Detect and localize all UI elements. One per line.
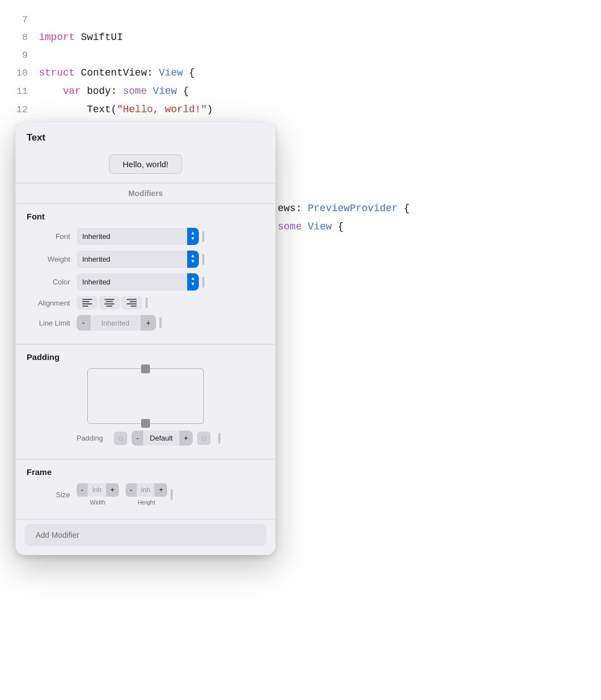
height-minus-button[interactable]: - (126, 483, 137, 497)
height-label: Height (138, 499, 156, 506)
preview-text: Hello, world! (109, 154, 183, 174)
svg-rect-3 (82, 306, 88, 307)
font-label: Font (27, 232, 77, 241)
line-limit-value: Inherited (91, 316, 141, 331)
preview-area: Hello, world! (16, 150, 276, 183)
line-limit-control: - Inherited + (77, 315, 264, 331)
padding-section-header: Padding (16, 344, 276, 365)
code-line-8: 8 import SwiftUI (0, 28, 601, 47)
padding-stepper: - Default + (132, 431, 192, 446)
weight-prop-row: Weight Inherited ▲ ▼ (27, 251, 264, 268)
svg-rect-1 (82, 301, 89, 302)
color-label: Color (27, 278, 77, 286)
alignment-drag-handle[interactable] (146, 297, 148, 308)
code-line-after-2: ews: PreviewProvider { (278, 199, 410, 218)
size-label: Size (27, 491, 77, 499)
color-dropdown-arrow[interactable]: ▲ ▼ (187, 273, 199, 291)
line-limit-stepper: - Inherited + (77, 315, 156, 331)
padding-row-controls: Padding □ - Default + □ (71, 431, 220, 446)
width-stepper: - Inh + (77, 483, 119, 497)
width-minus-button[interactable]: - (77, 483, 88, 497)
size-group: - Inh + Width - Inh + Height (77, 483, 167, 506)
font-control: Inherited ▲ ▼ (77, 228, 264, 245)
color-control: Inherited ▲ ▼ (77, 273, 264, 291)
align-right-button[interactable] (121, 296, 142, 309)
padding-bottom-slider[interactable] (141, 419, 150, 428)
size-control: - Inh + Width - Inh + Height (77, 483, 264, 506)
svg-rect-5 (106, 301, 113, 302)
color-drag-handle[interactable] (202, 277, 204, 288)
height-stepper: - Inh + (126, 483, 168, 497)
padding-visual-box (87, 368, 204, 424)
line-limit-prop-row: Line Limit - Inherited + (27, 315, 264, 331)
padding-row-label: Padding (71, 434, 109, 442)
font-section-header: Font (16, 204, 276, 224)
padding-value: Default (143, 431, 179, 446)
svg-rect-2 (82, 303, 92, 304)
font-prop-row: Font Inherited ▲ ▼ (27, 228, 264, 245)
code-line-after-3: some View { (278, 218, 410, 236)
height-item: - Inh + Height (126, 483, 168, 506)
popup-panel: Text Hello, world! Modifiers Font Font I… (16, 122, 276, 555)
font-dropdown-value: Inherited (77, 229, 187, 244)
padding-plus-button[interactable]: + (179, 431, 193, 446)
width-item: - Inh + Width (77, 483, 119, 506)
code-line-12: 12 Text( "Hello, world!" ) (0, 101, 601, 119)
alignment-group (77, 296, 142, 309)
frame-section-header: Frame (16, 459, 276, 480)
color-dropdown[interactable]: Inherited ▲ ▼ (77, 273, 199, 291)
width-plus-button[interactable]: + (106, 483, 119, 497)
weight-drag-handle[interactable] (202, 254, 204, 265)
alignment-control (77, 296, 264, 309)
weight-control: Inherited ▲ ▼ (77, 251, 264, 268)
line-limit-plus-button[interactable]: + (141, 315, 156, 331)
svg-rect-8 (127, 299, 137, 300)
font-section-content: Font Inherited ▲ ▼ Weight Inherited (16, 224, 276, 344)
code-line-7: 7 (0, 11, 601, 28)
svg-rect-4 (104, 299, 114, 300)
padding-section-content: Padding □ - Default + □ (16, 365, 276, 459)
align-center-button[interactable] (99, 296, 120, 309)
add-modifier-button[interactable]: Add Modifier (24, 524, 267, 546)
align-left-icon (82, 299, 92, 307)
weight-label: Weight (27, 255, 77, 263)
height-value: Inh (137, 483, 155, 497)
font-dropdown-arrow[interactable]: ▲ ▼ (187, 228, 199, 245)
svg-rect-9 (129, 301, 137, 302)
svg-rect-0 (82, 299, 92, 300)
weight-dropdown[interactable]: Inherited ▲ ▼ (77, 251, 199, 268)
alignment-label: Alignment (27, 299, 77, 307)
frame-section-content: Size - Inh + Width - Inh (16, 480, 276, 519)
modifiers-label: Modifiers (16, 183, 276, 203)
svg-rect-7 (107, 306, 113, 307)
align-right-icon (127, 299, 137, 307)
padding-minus-button[interactable]: - (132, 431, 143, 446)
popup-title: Text (16, 122, 276, 150)
font-drag-handle[interactable] (202, 231, 204, 242)
width-label: Width (90, 499, 106, 506)
align-left-button[interactable] (77, 296, 98, 309)
svg-rect-11 (131, 306, 137, 307)
svg-rect-6 (104, 303, 114, 304)
font-dropdown[interactable]: Inherited ▲ ▼ (77, 228, 199, 245)
weight-dropdown-arrow[interactable]: ▲ ▼ (187, 251, 199, 268)
padding-right-toggle[interactable]: □ (197, 432, 211, 445)
padding-left-toggle[interactable]: □ (114, 432, 127, 445)
code-line-9: 9 (0, 47, 601, 64)
weight-dropdown-value: Inherited (77, 252, 187, 267)
padding-drag-handle[interactable] (218, 433, 221, 444)
line-limit-label: Line Limit (27, 319, 77, 327)
padding-prop-row: Padding □ - Default + □ (27, 368, 264, 446)
height-plus-button[interactable]: + (154, 483, 167, 497)
divider-5 (16, 519, 276, 519)
code-line-11: 11 var body: some View { (0, 82, 601, 101)
color-prop-row: Color Inherited ▲ ▼ (27, 273, 264, 291)
svg-rect-10 (127, 303, 137, 304)
size-drag-handle[interactable] (171, 489, 173, 500)
align-center-icon (104, 299, 114, 307)
code-line-10: 10 struct ContentView: View { (0, 64, 601, 82)
line-limit-minus-button[interactable]: - (77, 315, 91, 331)
padding-top-slider[interactable] (141, 364, 150, 373)
width-value: Inh (88, 483, 106, 497)
line-limit-drag-handle[interactable] (159, 317, 162, 328)
